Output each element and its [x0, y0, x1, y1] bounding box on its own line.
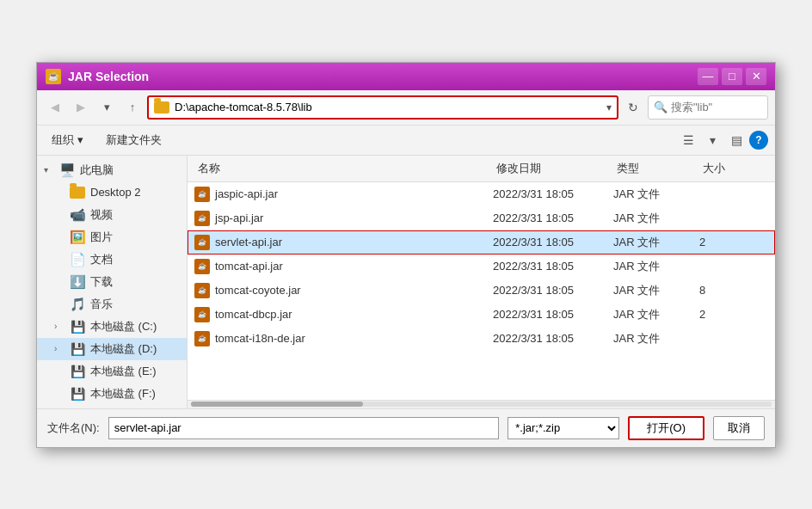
refresh-button[interactable]: ↻: [622, 96, 644, 119]
jar-icon: ☕: [194, 235, 210, 250]
view-list-button[interactable]: ☰: [677, 129, 699, 151]
up-button[interactable]: ↑: [121, 96, 144, 119]
address-dropdown-icon[interactable]: ▾: [606, 101, 612, 113]
filetype-select[interactable]: *.jar;*.zip: [508, 417, 619, 439]
sidebar-item-label: Desktop 2: [90, 186, 141, 199]
sidebar-item-music[interactable]: 🎵音乐: [37, 293, 187, 316]
file-name-cell: ☕tomcat-coyote.jar: [194, 283, 493, 298]
file-name-cell: ☕jsp-api.jar: [194, 211, 493, 226]
close-button[interactable]: ✕: [746, 68, 766, 85]
sidebar-item-label: 视频: [90, 207, 113, 223]
sidebar-item-doc[interactable]: 📄文档: [37, 248, 187, 271]
jar-icon: ☕: [194, 331, 210, 346]
file-size: 2: [699, 308, 768, 321]
table-row[interactable]: ☕jaspic-api.jar2022/3/31 18:05JAR 文件: [188, 182, 775, 206]
forward-button[interactable]: ▶: [70, 96, 92, 119]
sidebar-item-this-pc[interactable]: ▾🖥️此电脑: [37, 159, 187, 181]
file-name-cell: ☕tomcat-i18n-de.jar: [194, 331, 493, 346]
file-list-header: 名称 修改日期 类型 大小: [188, 156, 775, 182]
new-folder-button[interactable]: 新建文件夹: [98, 129, 169, 151]
sidebar-item-label: 下载: [90, 274, 113, 290]
filename-input-wrap: [108, 417, 500, 439]
dropdown-button[interactable]: ▾: [95, 96, 118, 119]
sidebar-item-image[interactable]: 🖼️图片: [37, 226, 187, 248]
sidebar-item-label: 本地磁盘 (F:): [90, 386, 156, 402]
view-details-button[interactable]: ▤: [725, 129, 747, 151]
file-type: JAR 文件: [613, 259, 699, 274]
file-type: JAR 文件: [613, 283, 699, 298]
maximize-button[interactable]: □: [722, 68, 742, 85]
sidebar-item-download[interactable]: ⬇️下载: [37, 271, 187, 293]
doc-icon: 📄: [70, 252, 85, 267]
scrollbar-track: [191, 402, 772, 407]
minimize-button[interactable]: —: [698, 68, 718, 85]
file-name: jsp-api.jar: [215, 212, 263, 224]
back-button[interactable]: ◀: [44, 96, 66, 119]
file-name: servlet-api.jar: [215, 236, 282, 248]
action-bar: 组织 ▾ 新建文件夹 ☰ ▾ ▤ ?: [37, 126, 775, 156]
file-type: JAR 文件: [613, 331, 699, 346]
file-name-cell: ☕jaspic-api.jar: [194, 187, 493, 202]
sidebar-item-drive-f[interactable]: 💾本地磁盘 (F:): [37, 383, 187, 405]
table-row[interactable]: ☕tomcat-api.jar2022/3/31 18:05JAR 文件: [188, 254, 775, 279]
drive-d-icon: 💾: [70, 341, 85, 357]
table-row[interactable]: ☕tomcat-i18n-de.jar2022/3/31 18:05JAR 文件: [188, 327, 775, 351]
file-size: 8: [699, 284, 768, 297]
column-date[interactable]: 修改日期: [493, 159, 613, 178]
sidebar: ▾🖥️此电脑Desktop 2📹视频🖼️图片📄文档⬇️下载🎵音乐›💾本地磁盘 (…: [37, 156, 188, 408]
music-icon: 🎵: [70, 297, 85, 312]
help-button[interactable]: ?: [749, 131, 768, 150]
sidebar-item-drive-d[interactable]: ›💾本地磁盘 (D:): [37, 338, 187, 360]
address-input[interactable]: [175, 101, 601, 113]
file-type: JAR 文件: [613, 307, 699, 322]
column-size[interactable]: 大小: [699, 159, 768, 178]
file-name: tomcat-api.jar: [215, 260, 283, 273]
video-icon: 📹: [70, 207, 85, 223]
jar-icon: ☕: [194, 259, 210, 274]
dialog-window: ☕ JAR Selection — □ ✕ ◀ ▶ ▾ ↑ ▾ ↻ 🔍 组织 ▾…: [36, 62, 776, 448]
file-date: 2022/3/31 18:05: [493, 187, 613, 200]
table-row[interactable]: ☕tomcat-dbcp.jar2022/3/31 18:05JAR 文件2: [188, 303, 775, 327]
filename-label: 文件名(N):: [47, 420, 100, 436]
filename-input[interactable]: [108, 417, 500, 439]
file-type: JAR 文件: [613, 187, 699, 202]
sidebar-item-desktop[interactable]: Desktop 2: [37, 181, 187, 204]
table-row[interactable]: ☕servlet-api.jar2022/3/31 18:05JAR 文件2: [188, 230, 775, 254]
title-bar: ☕ JAR Selection — □ ✕: [37, 63, 775, 90]
table-row[interactable]: ☕tomcat-coyote.jar2022/3/31 18:05JAR 文件8: [188, 279, 775, 303]
jar-icon: ☕: [194, 283, 210, 298]
expand-arrow-icon: ›: [54, 344, 65, 353]
desktop-icon: [70, 185, 85, 200]
file-date: 2022/3/31 18:05: [493, 284, 613, 297]
scrollbar-thumb: [191, 402, 363, 407]
app-icon: ☕: [46, 69, 61, 84]
sidebar-item-drive-e[interactable]: 💾本地磁盘 (E:): [37, 360, 187, 383]
file-type: JAR 文件: [613, 235, 699, 250]
sidebar-item-label: 文档: [90, 252, 113, 267]
file-name-cell: ☕tomcat-dbcp.jar: [194, 307, 493, 322]
download-icon: ⬇️: [70, 274, 85, 290]
file-type: JAR 文件: [613, 211, 699, 226]
drive-e-icon: 💾: [70, 364, 85, 379]
column-type[interactable]: 类型: [613, 159, 699, 178]
expand-arrow-icon: ▾: [44, 165, 54, 175]
organize-button[interactable]: 组织 ▾: [44, 129, 91, 151]
file-date: 2022/3/31 18:05: [493, 332, 613, 345]
open-button[interactable]: 打开(O): [628, 416, 704, 440]
sidebar-item-drive-c[interactable]: ›💾本地磁盘 (C:): [37, 316, 187, 338]
file-date: 2022/3/31 18:05: [493, 308, 613, 321]
drive-c-icon: 💾: [70, 319, 85, 334]
file-name: jaspic-api.jar: [215, 187, 278, 200]
table-row[interactable]: ☕jsp-api.jar2022/3/31 18:05JAR 文件: [188, 206, 775, 230]
file-name: tomcat-coyote.jar: [215, 284, 301, 297]
file-list: ☕jaspic-api.jar2022/3/31 18:05JAR 文件☕jsp…: [188, 182, 775, 400]
file-date: 2022/3/31 18:05: [493, 236, 613, 248]
file-size: 2: [699, 236, 768, 248]
search-input[interactable]: [671, 101, 757, 113]
view-dropdown-button[interactable]: ▾: [701, 129, 723, 151]
horizontal-scrollbar[interactable]: [188, 400, 775, 408]
column-name[interactable]: 名称: [194, 159, 493, 178]
search-icon: 🔍: [654, 101, 667, 113]
sidebar-item-video[interactable]: 📹视频: [37, 204, 187, 226]
cancel-button[interactable]: 取消: [713, 416, 765, 440]
